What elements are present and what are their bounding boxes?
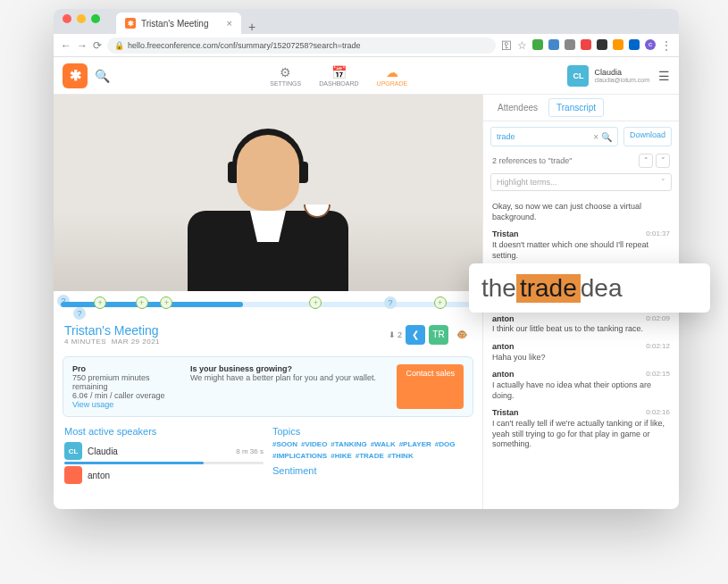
window-controls [63, 14, 100, 23]
timeline-marker[interactable]: + [434, 296, 447, 309]
cloud-up-icon: ☁ [386, 65, 398, 79]
user-avatar: CL [567, 65, 589, 87]
next-ref-button[interactable]: ˅ [656, 154, 670, 168]
ext-icon-2[interactable] [548, 39, 559, 50]
sections-row: Most active speakers CL Claudia 8 m 36 s… [54, 422, 482, 489]
topic-tag[interactable]: #WALK [371, 440, 396, 448]
user-menu[interactable]: CL Claudia claudia@iotum.com [567, 65, 649, 87]
transcript-entry[interactable]: Okay, so now we can just choose a virtua… [492, 198, 670, 226]
topic-tag[interactable]: #HIKE [331, 452, 352, 460]
meeting-meta: 4 MINUTES MAR 29 2021 [64, 338, 160, 346]
topic-tag[interactable]: #DOG [435, 440, 456, 448]
attendee-avatar[interactable]: 🐵 [452, 325, 472, 345]
tab-transcript[interactable]: Transcript [548, 98, 604, 117]
close-tab-icon[interactable]: × [227, 18, 232, 29]
speaker-avatar: CL [64, 442, 82, 460]
address-bar: ← → ⟳ 🔒 hello.freeconference.com/conf/su… [54, 34, 679, 57]
transcript-time: 0:02:12 [646, 342, 670, 351]
timeline-bar[interactable]: + + + + ? + [61, 302, 475, 307]
topic-tag[interactable]: #SOON [272, 440, 297, 448]
transcript-speaker: Tristan [492, 408, 670, 419]
ext-icon-6[interactable] [613, 39, 623, 50]
upgrade-button[interactable]: ☁ UPGRADE [377, 65, 408, 87]
topics-section: Topics #SOON#VIDEO#TANKING#WALK#PLAYER#D… [272, 426, 472, 486]
transcript-search-input[interactable]: trade × 🔍 [490, 127, 618, 146]
overlay-highlight: trade [516, 274, 581, 303]
ext-icon-4[interactable] [581, 39, 591, 50]
speaker-row[interactable]: CL Claudia 8 m 36 s [64, 440, 264, 462]
transcript-entry[interactable]: 0:02:12antonHaha you like? [492, 338, 670, 366]
minimize-window-button[interactable] [77, 14, 86, 23]
maximize-window-button[interactable] [91, 14, 100, 23]
tab-favicon: ✱ [125, 18, 136, 29]
search-icon[interactable]: 🔍 [601, 132, 612, 142]
timeline-progress [61, 302, 243, 307]
topic-tag[interactable]: #TANKING [331, 440, 366, 448]
speaker-avatar [64, 466, 82, 484]
close-window-button[interactable] [63, 14, 71, 23]
browser-tab[interactable]: ✱ Tristan's Meeting × [116, 13, 241, 34]
hamburger-menu-icon[interactable]: ☰ [658, 69, 670, 83]
download-button[interactable]: Download [623, 127, 672, 146]
speakers-title: Most active speakers [64, 426, 264, 437]
tab-attendees[interactable]: Attendees [490, 99, 545, 116]
timeline-marker[interactable]: + [136, 296, 148, 309]
back-button[interactable]: ← [61, 39, 71, 52]
reload-button[interactable]: ⟳ [93, 39, 102, 52]
timeline-marker[interactable]: + [94, 296, 106, 309]
browser-window: ✱ Tristan's Meeting × + ← → ⟳ 🔒 hello.fr… [54, 9, 679, 509]
meeting-header: Tristan's Meeting 4 MINUTES MAR 29 2021 … [54, 318, 482, 351]
timeline-marker[interactable]: + [309, 296, 322, 309]
video-preview[interactable] [54, 95, 482, 291]
highlight-terms-select[interactable]: Highlight terms... ˅ [490, 173, 672, 191]
dashboard-button[interactable]: 📅 DASHBOARD [319, 65, 358, 87]
user-email: claudia@iotum.com [594, 77, 649, 83]
overlay-post: dea [581, 274, 623, 303]
profile-icon[interactable]: c [645, 39, 656, 50]
topic-tag[interactable]: #PLAYER [399, 440, 431, 448]
transcript-list[interactable]: Okay, so now we can just choose a virtua… [483, 195, 679, 509]
new-tab-button[interactable]: + [241, 20, 263, 34]
topics-title: Topics [272, 426, 472, 437]
url-field[interactable]: 🔒 hello.freeconference.com/conf/summary/… [107, 38, 496, 54]
speakers-section: Most active speakers CL Claudia 8 m 36 s… [64, 426, 264, 486]
speaker-row[interactable]: anton [64, 464, 264, 486]
transcript-entry[interactable]: 0:01:37TristanIt doesn't matter which on… [492, 226, 670, 264]
transcript-time: 0:02:16 [646, 408, 670, 417]
tr-badge[interactable]: TR [429, 325, 448, 345]
playback-timeline[interactable]: ? + + + + ? + ? [54, 291, 482, 318]
topic-tag[interactable]: #THINK [388, 452, 414, 460]
topic-tag[interactable]: #VIDEO [301, 440, 327, 448]
contact-sales-button[interactable]: Contact sales [397, 364, 464, 409]
transcript-entry[interactable]: 0:02:16TristanI can't really tell if we'… [492, 405, 670, 454]
transcript-time: 0:02:15 [646, 370, 670, 379]
prev-ref-button[interactable]: ˄ [639, 154, 653, 168]
transcript-text: I can't really tell if we're actually ta… [492, 419, 670, 450]
clear-icon[interactable]: × [593, 132, 598, 142]
transcript-speaker: anton [492, 314, 670, 325]
references-text: 2 references to "trade" [492, 156, 572, 165]
topic-tag[interactable]: #IMPLICATIONS [272, 452, 327, 460]
ext-icon-1[interactable] [532, 39, 543, 50]
transcript-entry[interactable]: 0:02:15antonI actually have no idea what… [492, 366, 670, 405]
plan-title: Pro [72, 364, 180, 373]
ext-icon-7[interactable] [629, 39, 640, 50]
key-icon[interactable]: ⚿ [501, 39, 512, 52]
timeline-marker-q[interactable]: ? [384, 296, 397, 309]
ext-icon-5[interactable] [597, 39, 607, 50]
share-button[interactable]: ❮ [406, 325, 425, 345]
timeline-marker-q[interactable]: ? [73, 307, 86, 320]
app-logo[interactable]: ✱ [63, 63, 88, 88]
topic-tag[interactable]: #TRADE [356, 452, 384, 460]
forward-button[interactable]: → [77, 39, 88, 52]
view-usage-link[interactable]: View usage [72, 400, 113, 409]
header-nav: ⚙ SETTINGS 📅 DASHBOARD ☁ UPGRADE [110, 65, 567, 87]
transcript-entry[interactable]: 0:02:09antonI think our little beat us t… [492, 311, 670, 338]
ext-icon-3[interactable] [565, 39, 575, 50]
browser-menu-icon[interactable]: ⋮ [661, 39, 672, 52]
search-icon[interactable]: 🔍 [95, 69, 110, 83]
attendee-count[interactable]: ⬇2 [389, 330, 402, 339]
star-icon[interactable]: ☆ [517, 39, 527, 52]
transcript-text: Haha you like? [492, 353, 670, 363]
settings-button[interactable]: ⚙ SETTINGS [270, 65, 301, 87]
